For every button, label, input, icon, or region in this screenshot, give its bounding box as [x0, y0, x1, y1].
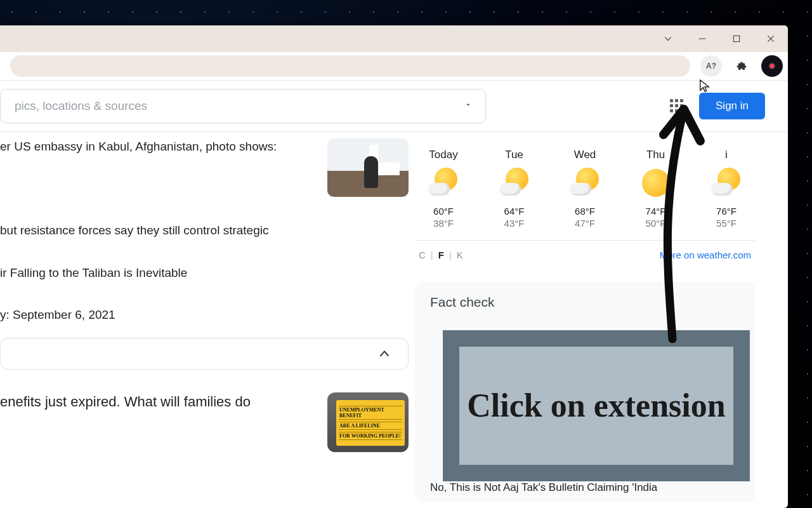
search-input[interactable] [13, 98, 464, 114]
article-row[interactable]: ir Falling to the Taliban is Inevitable [0, 258, 409, 301]
weather-day[interactable]: Thu74°F50°F [631, 149, 681, 229]
article-thumbnail: UNEMPLOYMENT BENEFIT ARE A LIFELINE FOR … [327, 392, 409, 452]
article-thumbnail [327, 138, 409, 197]
page-header: Sign in [0, 81, 788, 132]
weather-widget: Today60°F38°FTue64°F43°FWed68°F47°FThu74… [415, 144, 755, 260]
weather-icon [641, 168, 671, 198]
profile-avatar[interactable] [761, 55, 783, 77]
browser-toolbar: A? [0, 52, 788, 81]
sign-in-button[interactable]: Sign in [699, 93, 765, 119]
weather-day[interactable]: i76°F55°F [702, 149, 751, 229]
weather-temps: 64°F43°F [490, 206, 539, 229]
weather-icon [428, 168, 459, 198]
weather-day-label: i [702, 149, 751, 161]
minimize-button[interactable] [697, 33, 708, 44]
apps-grid-icon[interactable] [670, 99, 684, 113]
article-row[interactable]: enefits just expired. What will families… [0, 386, 409, 471]
extensions-puzzle-icon[interactable] [731, 55, 752, 77]
weather-day-label: Thu [631, 149, 681, 161]
browser-window: A? Sign in er US embassy in Kabul, Afgha… [0, 25, 788, 508]
articles-column: er US embassy in Kabul, Afghanistan, pho… [0, 132, 415, 508]
weather-temps: 68°F47°F [560, 206, 610, 229]
article-row[interactable]: y: September 6, 2021 [0, 300, 409, 333]
address-bar[interactable] [10, 55, 690, 77]
weather-temps: 74°F50°F [631, 206, 681, 229]
window-titlebar [0, 25, 788, 52]
collapse-toggle[interactable] [0, 338, 409, 370]
weather-day[interactable]: Wed68°F47°F [560, 149, 610, 229]
article-title: ir Falling to the Taliban is Inevitable [0, 265, 409, 282]
weather-day-label: Tue [490, 149, 539, 161]
cursor-icon [699, 79, 710, 95]
search-box[interactable] [0, 89, 486, 123]
instruction-callout: Click on extension [443, 330, 750, 481]
chevron-down-icon[interactable] [464, 100, 473, 112]
weather-icon [570, 168, 600, 198]
article-title: y: September 6, 2021 [0, 307, 409, 324]
weather-temps: 60°F38°F [419, 206, 468, 229]
article-title: er US embassy in Kabul, Afghanistan, pho… [0, 138, 327, 156]
weather-icon [711, 168, 742, 198]
svg-rect-1 [733, 36, 739, 41]
weather-day[interactable]: Today60°F38°F [419, 149, 468, 229]
weather-icon [499, 168, 530, 198]
weather-day-label: Wed [560, 149, 610, 161]
unit-toggle[interactable]: C|F|K [419, 250, 463, 260]
weather-day-label: Today [419, 149, 468, 161]
fact-check-heading: Fact check [430, 295, 740, 310]
article-title: but resistance forces say they still con… [0, 222, 409, 239]
callout-text: Click on extension [467, 387, 725, 425]
maximize-button[interactable] [731, 33, 742, 44]
article-title: enefits just expired. What will families… [0, 392, 327, 412]
article-row[interactable]: er US embassy in Kabul, Afghanistan, pho… [0, 132, 409, 216]
protest-sign: UNEMPLOYMENT BENEFIT ARE A LIFELINE FOR … [336, 400, 405, 446]
extension-icon[interactable]: A? [700, 55, 722, 77]
weather-temps: 76°F55°F [702, 206, 751, 229]
close-button[interactable] [765, 33, 776, 44]
tab-dropdown-icon[interactable] [662, 33, 674, 44]
weather-day[interactable]: Tue64°F43°F [490, 149, 539, 229]
weather-more-link[interactable]: More on weather.com [660, 250, 751, 260]
article-row[interactable]: but resistance forces say they still con… [0, 216, 409, 258]
